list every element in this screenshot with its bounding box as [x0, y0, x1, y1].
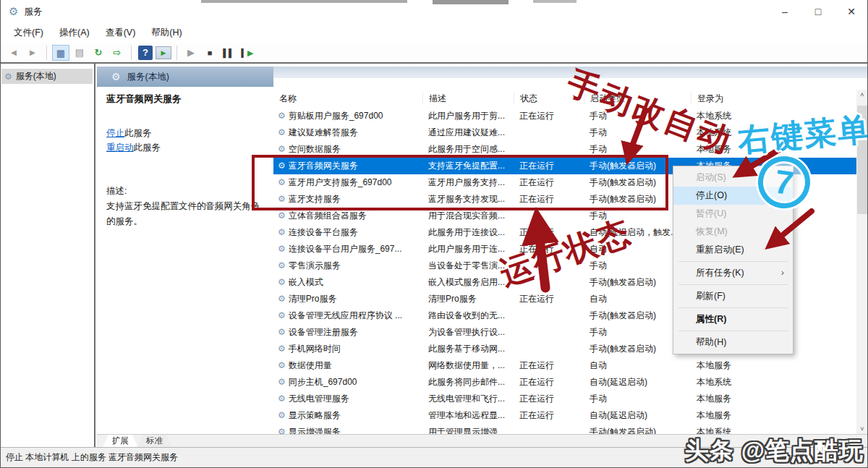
- menu-查看(V)[interactable]: 查看(V): [98, 27, 144, 39]
- cell-description: 此服务用于空间感...: [422, 141, 514, 158]
- service-gear-icon: ⚙: [278, 357, 286, 374]
- cell-description: 此服务基于移动网...: [422, 341, 514, 357]
- cell-name: ⚙清理Pro服务: [273, 291, 422, 307]
- column-header-logon-as[interactable]: 登录为: [691, 93, 856, 104]
- refresh-icon[interactable]: ↻: [90, 45, 107, 61]
- cell-name: ⚙剪贴板用户服务_697d00: [273, 108, 422, 124]
- status-bar: 停止 本地计算机 上的服务 蓝牙音频网关服务: [0, 447, 868, 468]
- service-gear-icon: ⚙: [278, 141, 286, 158]
- service-gear-icon: ⚙: [278, 424, 286, 434]
- service-gear-icon: ⚙: [278, 224, 286, 241]
- service-row[interactable]: ⚙建议疑难解答服务通过应用建议疑难...手动本地系统: [273, 124, 856, 141]
- service-row[interactable]: ⚙数据使用量网络数据使用量，...正在运行自动本地服务: [273, 357, 856, 374]
- service-row[interactable]: ⚙显示策略服务管理本地和远程显...正在运行自动(延迟启动)本地服务: [273, 407, 856, 424]
- context-menu-item-所有任务(K)[interactable]: 所有任务(K)›: [673, 264, 793, 282]
- service-action-links: 停止此服务 重启动此服务: [106, 126, 265, 155]
- stop-service-line: 停止此服务: [106, 126, 265, 140]
- toolbar-separator: [131, 46, 132, 60]
- tree-item-services-local[interactable]: ⚙ 服务(本地): [1, 69, 93, 84]
- back-icon[interactable]: ◄: [5, 45, 22, 61]
- service-row[interactable]: ⚙空间数据服务此服务用于空间感...手动本地服务: [273, 141, 856, 158]
- forward-icon[interactable]: ►: [24, 45, 41, 61]
- cell-status: 正在运行: [514, 224, 584, 241]
- services-panel-icon: ⚙: [111, 71, 121, 82]
- scrollbar-thumb[interactable]: [857, 106, 867, 214]
- service-row[interactable]: ⚙剪贴板用户服务_697d00此用户服务用于剪...正在运行手动本地系统: [273, 108, 856, 124]
- show-console-tree-icon[interactable]: ▦: [52, 45, 69, 61]
- cell-name: ⚙显示策略服务: [273, 407, 422, 424]
- show-action-pane-icon[interactable]: ▶: [156, 46, 171, 59]
- menu-帮助(H)[interactable]: 帮助(H): [143, 27, 190, 39]
- menu-separator: [678, 284, 788, 285]
- context-menu-item-重新启动(E)[interactable]: 重新启动(E): [673, 241, 793, 259]
- restart-service-link[interactable]: 重启动: [106, 142, 134, 153]
- view-tabs-strip: 扩展标准: [97, 434, 868, 447]
- cell-logon-as: 本地系统: [691, 124, 856, 141]
- service-gear-icon: ⚙: [278, 374, 286, 391]
- stop-service-link[interactable]: 停止: [106, 128, 124, 138]
- column-header-startup-type[interactable]: 启动类型: [584, 93, 691, 104]
- context-menu-item-帮助(H)[interactable]: 帮助(H): [673, 333, 793, 352]
- context-menu-item-启动(S)[interactable]: 启动(S): [673, 169, 793, 187]
- menu-文件(F)[interactable]: 文件(F): [6, 27, 51, 39]
- context-menu-item-恢复(M)[interactable]: 恢复(M): [673, 223, 793, 241]
- cell-status: 正在运行: [514, 291, 584, 307]
- context-menu-item-刷新(F)[interactable]: 刷新(F): [673, 287, 793, 305]
- cell-status: [514, 274, 584, 291]
- column-header-name[interactable]: 名称: [273, 93, 422, 104]
- cell-description: 此服务将同步邮件...: [422, 374, 514, 391]
- cell-name: ⚙蓝牙用户支持服务_697d00: [273, 174, 422, 191]
- service-row[interactable]: ⚙显示增强服务用于管理显示增强手动(触发器启动)本地系统: [273, 424, 856, 434]
- column-header-status[interactable]: 状态: [514, 93, 584, 104]
- menu-separator: [678, 261, 788, 262]
- menu-操作(A)[interactable]: 操作(A): [51, 27, 98, 39]
- restart-service-suffix: 此服务: [134, 142, 161, 153]
- pause-service-icon[interactable]: ▌▌: [220, 45, 237, 61]
- column-header-description[interactable]: 描述: [422, 93, 514, 104]
- start-service-icon[interactable]: ▶: [182, 45, 200, 61]
- cell-startup-type: 自动: [584, 357, 691, 374]
- panel-header-title: 服务(本地): [127, 71, 169, 83]
- cell-name: ⚙设备管理无线应用程序协议 ...: [273, 307, 422, 324]
- stop-service-icon[interactable]: ■: [201, 45, 218, 61]
- vertical-scrollbar[interactable]: ˄ ˅: [856, 90, 868, 434]
- cell-logon-as: 本地服务: [691, 357, 856, 374]
- cell-name: ⚙连接设备平台服务: [273, 224, 422, 241]
- service-gear-icon: ⚙: [278, 174, 286, 191]
- export-list-icon[interactable]: ⇨: [109, 45, 126, 61]
- minimize-button[interactable]: –: [768, 0, 801, 23]
- cell-status: 正在运行: [514, 407, 584, 424]
- cell-status: [514, 258, 584, 274]
- service-gear-icon: ⚙: [278, 307, 286, 324]
- toolbar-separator: [176, 46, 177, 60]
- cell-status: [514, 124, 584, 141]
- service-gear-icon: ⚙: [278, 341, 286, 357]
- cell-description: 此用户服务用于连...: [422, 241, 514, 258]
- context-menu-item-停止(O)[interactable]: 停止(O): [673, 187, 793, 205]
- stop-service-suffix: 此服务: [124, 128, 152, 138]
- scroll-up-icon[interactable]: ˄: [860, 90, 864, 100]
- scroll-down-icon[interactable]: ˅: [860, 424, 864, 434]
- cell-name: ⚙显示增强服务: [273, 424, 422, 434]
- cell-description: 此用户服务用于剪...: [422, 108, 514, 124]
- status-text: 停止 本地计算机 上的服务 蓝牙音频网关服务: [6, 452, 178, 462]
- service-row[interactable]: ⚙同步主机_697d00此服务将同步邮件...正在运行自动(延迟启动)本地系统: [273, 374, 856, 391]
- restart-service-icon[interactable]: ▶: [239, 45, 256, 61]
- service-row[interactable]: ⚙无线电管理服务无线电管理和飞行...正在运行手动本地服务: [273, 391, 856, 407]
- service-gear-icon: ⚙: [278, 208, 286, 224]
- detail-pane: 蓝牙音频网关服务 停止此服务 重启动此服务 描述: 支持蓝牙免提配置文件的音频网…: [97, 87, 273, 434]
- maximize-button[interactable]: □: [801, 0, 835, 23]
- cell-status: 正在运行: [514, 357, 584, 374]
- restart-service-line: 重启动此服务: [106, 140, 265, 155]
- context-menu-item-属性(R)[interactable]: 属性(R): [673, 310, 793, 328]
- properties-icon[interactable]: ▤: [71, 45, 88, 61]
- description-label: 描述:: [106, 185, 265, 197]
- close-button[interactable]: ✕: [835, 0, 868, 23]
- context-menu-item-暂停(U)[interactable]: 暂停(U): [673, 205, 793, 223]
- help-icon[interactable]: ?: [138, 46, 153, 60]
- cell-name: ⚙数据使用量: [273, 357, 422, 374]
- service-gear-icon: ⚙: [278, 291, 286, 307]
- cell-name: ⚙蓝牙音频网关服务: [273, 158, 422, 174]
- view-tab-标准[interactable]: 标准: [137, 435, 172, 447]
- view-tab-扩展[interactable]: 扩展: [103, 435, 138, 447]
